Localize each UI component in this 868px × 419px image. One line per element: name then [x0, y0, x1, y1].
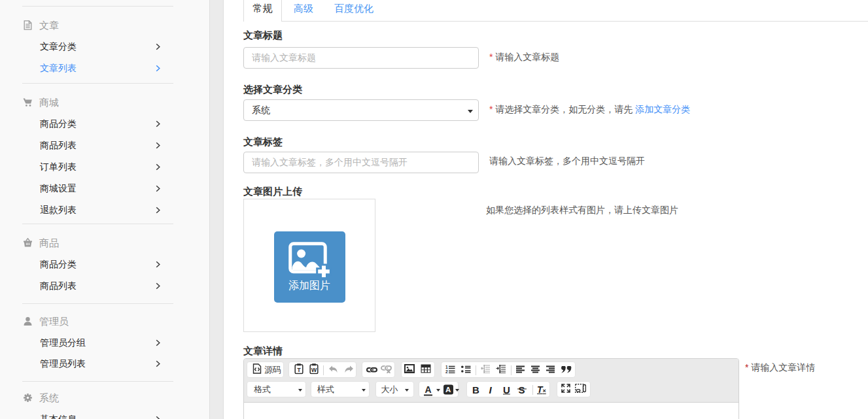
svg-text:1: 1 [445, 365, 448, 369]
svg-text:W: W [311, 366, 317, 373]
svg-text:T: T [297, 366, 301, 373]
svg-text:2: 2 [445, 369, 448, 373]
